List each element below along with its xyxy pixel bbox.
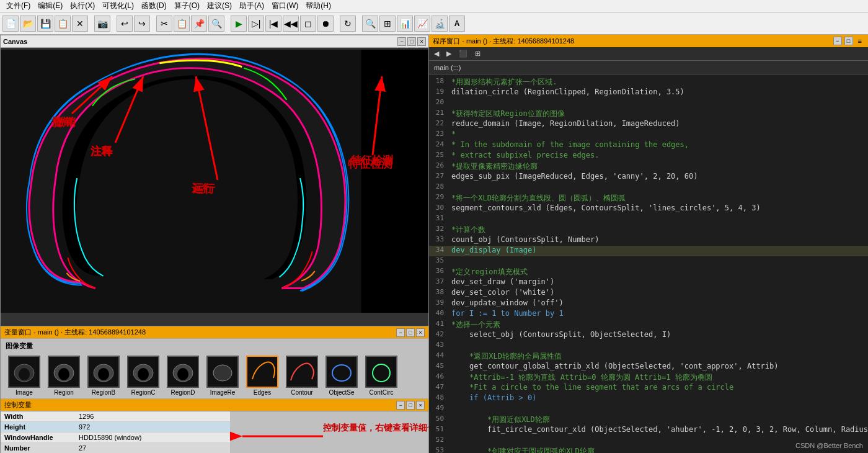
- ctrl-var-row[interactable]: Width1296: [1, 411, 230, 422]
- undo-button[interactable]: ↩: [117, 16, 133, 32]
- menu-edit[interactable]: 编辑(E): [34, 1, 66, 11]
- line-content: edges_sub_pix (ImageReduced, Edges, 'can…: [449, 172, 868, 182]
- reload-button[interactable]: ↻: [340, 16, 356, 32]
- menu-helper[interactable]: 助手(A): [236, 1, 268, 11]
- line-number: 51: [429, 425, 449, 436]
- code-minimize[interactable]: −: [833, 37, 842, 45]
- code-toolbar: ◀ ▶ ⬛ ⊞: [429, 47, 868, 61]
- code-window-titlebar: 程序窗口 - main () · 主线程: 140568894101248 − …: [429, 35, 868, 47]
- menu-execute[interactable]: 执行(X): [66, 1, 99, 11]
- code-line: 51 fit_circle_contour_xld (ObjectSelecte…: [429, 425, 868, 436]
- menu-help[interactable]: 帮助(H): [302, 1, 335, 11]
- var-thumbnail: [87, 356, 120, 388]
- ctrl-vars-table: Width1296Height972WindowHandleHDD15890 (…: [1, 411, 230, 453]
- line-number: 53: [429, 446, 449, 453]
- menu-suggest[interactable]: 建议(S): [203, 1, 236, 11]
- copy-button[interactable]: 📋: [174, 16, 190, 32]
- close-button[interactable]: ✕: [72, 16, 88, 32]
- image-var-item[interactable]: RegionC: [125, 356, 162, 396]
- profile-button[interactable]: 📈: [414, 16, 430, 32]
- code-func-bar: main (:::): [429, 61, 868, 74]
- ctrl-var-row[interactable]: WindowHandleHDD15890 (window): [1, 433, 230, 443]
- image-var-item[interactable]: ImageRe: [204, 356, 241, 396]
- code-line: 36*定义region填充模式: [429, 267, 868, 277]
- open-button[interactable]: 📂: [20, 16, 36, 32]
- image-var-item[interactable]: Image: [6, 356, 43, 396]
- code-window-title: 程序窗口 - main () · 主线程: 140568894101248: [433, 37, 574, 46]
- stop-button[interactable]: ◻: [300, 16, 316, 32]
- image-var-item[interactable]: ObjectSe: [323, 356, 360, 396]
- line-content: dev_update_window ('off'): [449, 298, 868, 309]
- ctrl-var-row[interactable]: Height972: [1, 422, 230, 433]
- zoom-button[interactable]: ⊞: [379, 16, 396, 32]
- step-over-button[interactable]: ▷|: [248, 16, 264, 32]
- canvas-maximize[interactable]: □: [407, 37, 416, 46]
- goto-start-button[interactable]: |◀: [265, 16, 281, 32]
- ctrl-close[interactable]: ×: [416, 401, 425, 410]
- code-stop[interactable]: ⬛: [456, 49, 470, 58]
- line-content: *定义region填充模式: [449, 267, 868, 277]
- code-line: 31: [429, 214, 868, 225]
- code-line: 35: [429, 256, 868, 267]
- canvas-minimize[interactable]: −: [397, 37, 406, 46]
- line-number: 19: [429, 87, 449, 98]
- cut-button[interactable]: ✂: [156, 16, 172, 32]
- save-button[interactable]: 💾: [37, 16, 53, 32]
- image-var-item[interactable]: RegionB: [85, 356, 122, 396]
- run-button[interactable]: ▶: [231, 16, 247, 32]
- canvas-close[interactable]: ×: [417, 37, 426, 46]
- svg-rect-26: [327, 357, 356, 387]
- func-label: main (:::): [434, 64, 461, 71]
- line-number: 21: [429, 109, 449, 119]
- code-maximize[interactable]: □: [844, 37, 853, 45]
- code-settings[interactable]: ≡: [856, 37, 864, 45]
- menu-operator[interactable]: 算子(O): [170, 1, 203, 11]
- code-editor[interactable]: 18*用圆形结构元素扩张一个区域.19dilation_circle (Regi…: [429, 74, 868, 453]
- line-content: * extract subpixel precise edges.: [449, 151, 868, 161]
- search-icon[interactable]: 🔍: [362, 16, 378, 32]
- vars-restore[interactable]: □: [406, 328, 415, 337]
- menu-window[interactable]: 窗口(W): [268, 1, 302, 11]
- menu-file[interactable]: 文件(F): [2, 1, 34, 11]
- var-thumbnail: [326, 356, 358, 388]
- vars-minimize[interactable]: −: [396, 328, 405, 337]
- line-number: 18: [429, 77, 449, 87]
- image-var-item[interactable]: Contour: [283, 356, 321, 396]
- ctrl-var-value: 972: [75, 422, 230, 433]
- code-line: 43: [429, 341, 868, 351]
- find-button[interactable]: 🔍: [208, 16, 224, 32]
- menu-function[interactable]: 函数(D): [138, 1, 170, 11]
- save-all-button[interactable]: 📋: [55, 16, 71, 32]
- menu-visual[interactable]: 可视化(L): [99, 1, 138, 11]
- vars-window-title: 变量窗口 - main () · 主线程: 140568894101248: [4, 328, 146, 337]
- record-button[interactable]: ⏺: [317, 16, 334, 32]
- var-thumbnail: [206, 356, 239, 388]
- image-var-item[interactable]: Region: [45, 356, 82, 396]
- ctrl-minimize[interactable]: −: [396, 401, 405, 410]
- annotation-ctrl-vars: 控制变量值，右键查看详细值: [323, 423, 428, 434]
- inspect-button[interactable]: 🔬: [432, 16, 448, 32]
- line-number: 50: [429, 415, 449, 425]
- image-var-item[interactable]: ContCirc: [363, 356, 400, 396]
- code-back[interactable]: ◀: [432, 49, 441, 58]
- new-button[interactable]: 📄: [2, 16, 19, 32]
- text-button[interactable]: A: [449, 16, 465, 32]
- ctrl-var-row[interactable]: Number27: [1, 443, 230, 454]
- ctrl-restore[interactable]: □: [406, 401, 415, 410]
- code-format[interactable]: ⊞: [472, 49, 483, 58]
- line-number: 44: [429, 351, 449, 362]
- code-forward[interactable]: ▶: [444, 49, 454, 58]
- step-back-button[interactable]: ◀◀: [283, 16, 299, 32]
- image-var-item[interactable]: RegionD: [164, 356, 202, 396]
- ctrl-vars-label: 控制变量: [4, 400, 32, 410]
- paste-button[interactable]: 📌: [191, 16, 207, 32]
- var-item-label: Contour: [283, 389, 321, 396]
- line-content: if (Attrib > 0): [449, 393, 868, 404]
- image-var-item[interactable]: Edges: [244, 356, 281, 396]
- redo-button[interactable]: ↪: [134, 16, 150, 32]
- vars-close[interactable]: ×: [416, 328, 425, 337]
- video-button[interactable]: 📷: [94, 16, 110, 32]
- chart-button[interactable]: 📊: [397, 16, 413, 32]
- code-line: 20: [429, 98, 868, 109]
- code-line: 41*选择一个元素: [429, 320, 868, 330]
